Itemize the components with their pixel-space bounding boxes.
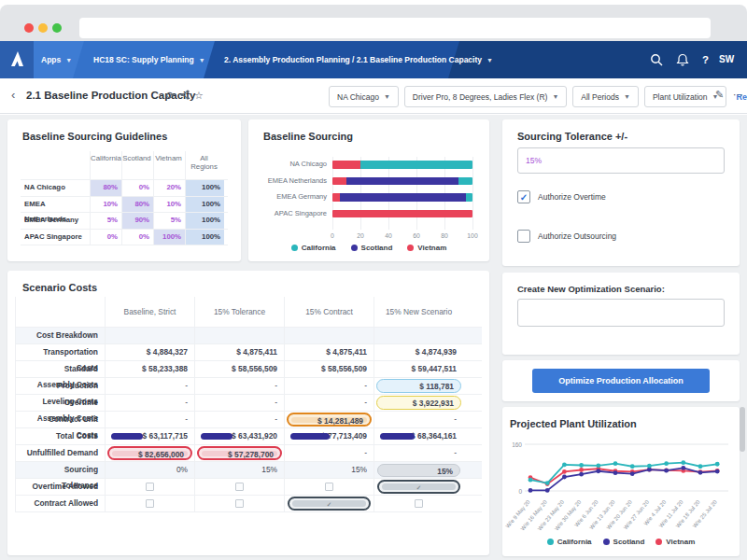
scenario-cell[interactable]: $ 63,431,920 — [194, 428, 284, 444]
scenario-cell[interactable]: $ 58,556,509 — [194, 361, 284, 377]
filter-dropdown-2[interactable]: All Periods▼ — [572, 86, 639, 107]
row-label: Transportation Costs — [15, 344, 105, 360]
scenario-cell[interactable] — [105, 328, 194, 343]
authorize-outsourcing-checkbox[interactable] — [517, 230, 530, 243]
scenario-cell[interactable]: ✓ — [374, 479, 463, 495]
guidelines-cell[interactable]: 100% — [153, 230, 185, 245]
scenario-cell[interactable]: $ 14,281,489 — [284, 412, 374, 427]
address-bar[interactable] — [79, 18, 711, 38]
scrollbar-thumb[interactable] — [740, 407, 745, 452]
scenario-cell[interactable] — [284, 479, 374, 495]
scenario-cell[interactable]: - — [105, 395, 194, 411]
scenario-cell[interactable]: - — [194, 378, 284, 394]
scenario-cell[interactable]: $ 68,364,161 — [374, 428, 463, 444]
guidelines-cell[interactable]: 90% — [121, 213, 153, 229]
scenario-cell[interactable] — [374, 496, 463, 511]
scenario-cell[interactable] — [284, 328, 374, 343]
scenario-cell[interactable]: $ 4,884,327 — [105, 344, 194, 360]
sourcing-tolerance-input[interactable] — [517, 147, 725, 174]
guidelines-cell[interactable]: 10% — [90, 197, 121, 213]
scenario-cell[interactable]: 0% — [105, 462, 194, 478]
guidelines-cell[interactable]: 100% — [185, 180, 224, 196]
guidelines-cell[interactable]: 0% — [121, 230, 153, 245]
back-button[interactable]: ‹ — [11, 88, 15, 102]
guidelines-cell[interactable]: 5% — [153, 213, 185, 229]
checkbox-unchecked[interactable] — [235, 499, 244, 508]
guidelines-cell[interactable]: 100% — [185, 230, 224, 245]
row-label: EMEA Germany — [21, 213, 90, 229]
scenario-cell[interactable]: $ 59,447,511 — [374, 361, 463, 377]
scenario-cell[interactable]: - — [194, 395, 284, 411]
scenario-cell[interactable] — [105, 479, 194, 495]
nav-apps-menu[interactable]: Apps▼ — [41, 41, 72, 78]
edit-pencil-icon[interactable]: ✎ — [715, 89, 724, 101]
x-tick-label: 20 — [357, 232, 364, 239]
scenario-cell[interactable] — [194, 328, 284, 343]
scenario-cell[interactable]: - — [374, 445, 463, 461]
scenario-cell[interactable] — [374, 328, 463, 343]
guidelines-cell[interactable]: 100% — [185, 197, 224, 213]
scenario-cell[interactable]: 15% — [374, 462, 463, 478]
anaplan-logo[interactable] — [0, 41, 34, 78]
scenario-cell[interactable]: - — [105, 378, 194, 394]
minimize-window-button[interactable] — [38, 23, 48, 33]
scenario-cell[interactable]: - — [194, 412, 284, 427]
favorite-star-icon[interactable]: ☆ — [194, 90, 204, 102]
guidelines-cell[interactable]: 100% — [185, 213, 224, 229]
filter-dropdown-1[interactable]: Driver Pro, 8 Degrees, Ladies Flex (R)▼ — [404, 86, 567, 107]
scenario-cell[interactable]: 15% — [194, 462, 284, 478]
scenario-cell[interactable]: $ 57,278,700 — [194, 445, 284, 461]
scenario-cell[interactable]: $ 58,233,388 — [105, 361, 194, 377]
scenario-cell[interactable]: 15% — [284, 462, 374, 478]
search-icon[interactable] — [650, 53, 663, 70]
guidelines-cell[interactable]: 20% — [153, 180, 185, 196]
scenario-cell[interactable]: - — [284, 445, 374, 461]
close-window-button[interactable] — [24, 23, 34, 33]
share-icon[interactable] — [180, 90, 190, 102]
checkbox-unchecked[interactable] — [325, 483, 333, 491]
sync-icon[interactable]: ⟳ — [166, 90, 175, 102]
checkbox-unchecked[interactable] — [415, 499, 423, 508]
scenario-cell[interactable]: $ 4,874,939 — [374, 344, 463, 360]
notifications-bell-icon[interactable] — [676, 53, 689, 70]
guidelines-cell[interactable]: 0% — [90, 230, 121, 245]
authorize-overtime-checkbox[interactable]: ✓ — [517, 190, 530, 203]
guidelines-cell[interactable]: 5% — [90, 213, 121, 229]
scenario-cell[interactable] — [105, 496, 194, 511]
guidelines-cell[interactable]: 10% — [153, 197, 185, 213]
scenario-cell[interactable]: $ 4,875,411 — [194, 344, 284, 360]
nav-workspace-menu[interactable]: HC18 SC: Supply Planning▼ — [93, 41, 205, 78]
checkbox-unchecked[interactable] — [235, 483, 244, 491]
scenario-cell[interactable]: - — [284, 378, 374, 394]
filter-dropdown-0[interactable]: NA Chicago▼ — [329, 86, 399, 107]
scenario-cell[interactable] — [194, 496, 284, 511]
scenario-cell[interactable]: $ 3,922,931 — [374, 395, 463, 411]
card-baseline-sourcing-chart: Baseline Sourcing 020406080100NA Chicago… — [248, 119, 489, 261]
guidelines-cell[interactable]: 80% — [121, 197, 153, 213]
scenario-cell[interactable]: $ 118,781 — [374, 378, 463, 394]
optimize-production-allocation-button[interactable]: Optimize Production Allocation — [532, 369, 710, 393]
more-options-icon[interactable]: ⋯ — [733, 89, 743, 101]
maximize-window-button[interactable] — [52, 23, 62, 33]
guidelines-cell[interactable]: 80% — [90, 180, 121, 196]
scenario-cell[interactable]: - — [105, 412, 194, 427]
scenario-cell[interactable]: $ 82,656,000 — [105, 445, 194, 461]
bar-category-label: EMEA Netherlands — [263, 176, 327, 185]
scenario-cell[interactable] — [194, 479, 284, 495]
scenario-cell[interactable]: ✓ — [284, 496, 374, 511]
user-avatar[interactable]: SW — [719, 41, 734, 78]
checkbox-unchecked[interactable] — [146, 483, 154, 491]
checkbox-unchecked[interactable] — [146, 499, 154, 508]
scenario-cell[interactable]: - — [374, 412, 463, 427]
scenario-cell[interactable]: $ 58,556,509 — [284, 361, 374, 377]
scenario-cell[interactable]: $ 4,875,411 — [284, 344, 374, 360]
guidelines-cell[interactable]: 0% — [121, 180, 153, 196]
scenario-cell[interactable]: $ 63,117,715 — [105, 428, 194, 444]
help-icon[interactable]: ? — [702, 41, 709, 78]
scenario-cell[interactable]: $ 77,713,409 — [284, 428, 374, 444]
data-point-scotland — [596, 469, 600, 473]
scenario-cell[interactable]: - — [284, 395, 374, 411]
nav-breadcrumb-menu[interactable]: 2. Assembly Production Planning / 2.1 Ba… — [224, 41, 493, 78]
new-scenario-name-input[interactable] — [517, 299, 725, 327]
authorize-outsourcing-row: Authorize Outsourcing — [517, 230, 616, 243]
